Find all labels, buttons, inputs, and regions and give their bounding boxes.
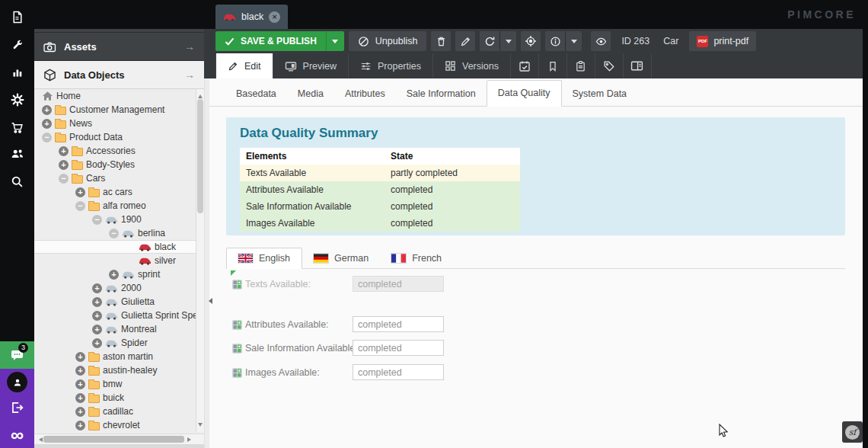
tree-item[interactable]: sprint (34, 267, 204, 281)
tree-item[interactable]: buick (34, 391, 204, 405)
scroll-thumb[interactable] (197, 99, 203, 213)
tree-item[interactable]: silver (34, 254, 204, 267)
tab-versions[interactable]: Versions (433, 53, 511, 78)
subtab-attributes[interactable]: Attributes (334, 82, 396, 107)
tree-item[interactable]: 2000 (34, 281, 204, 295)
scroll-left-icon[interactable] (37, 437, 43, 442)
logout-button[interactable] (10, 401, 24, 414)
tree-item[interactable]: aston martin (34, 350, 204, 363)
search-rail-icon[interactable] (0, 168, 34, 195)
tree-item-selected[interactable]: black (34, 240, 204, 254)
notifications-button[interactable] (0, 341, 34, 369)
expand-icon[interactable] (59, 160, 69, 170)
tree-item[interactable]: Montreal (34, 322, 204, 336)
dependencies-button[interactable] (624, 53, 652, 78)
info-caret[interactable] (565, 31, 582, 51)
unpublish-button[interactable]: Unpublish (349, 31, 427, 51)
accordion-assets[interactable]: Assets (34, 33, 204, 61)
expand-icon[interactable] (109, 270, 119, 280)
tree-vertical-scrollbar[interactable] (196, 89, 204, 432)
symfony-debug-badge[interactable] (842, 421, 863, 443)
language-tab-french[interactable]: French (380, 248, 453, 268)
tree-item-home[interactable]: Home (34, 89, 204, 103)
save-options-caret[interactable] (326, 31, 344, 51)
notes-button[interactable] (567, 53, 595, 78)
info-icon[interactable] (545, 31, 565, 51)
collapse-icon[interactable] (42, 133, 52, 142)
tree-item[interactable]: cadillac (34, 405, 204, 418)
subtab-media[interactable]: Media (287, 82, 334, 107)
tab-edit[interactable]: Edit (215, 53, 273, 78)
collapse-panel-icon[interactable] (206, 298, 212, 304)
scroll-down-icon[interactable] (198, 423, 203, 429)
attributes-available-input[interactable] (353, 316, 444, 332)
language-tab-german[interactable]: German (302, 248, 380, 268)
open-object-tab[interactable]: black (215, 5, 288, 29)
subtab-data-quality[interactable]: Data Quality (487, 80, 562, 107)
locate-in-tree-button[interactable] (521, 31, 541, 51)
ecommerce-rail-icon[interactable] (0, 114, 34, 141)
pimcore-infinity-logo[interactable] (0, 424, 34, 446)
subtab-system-data[interactable]: System Data (562, 82, 638, 107)
documents-rail-icon[interactable] (0, 3, 34, 30)
print-pdf-button[interactable]: print-pdf (689, 31, 756, 51)
info-split-button[interactable] (545, 31, 582, 51)
bookmark-button[interactable] (539, 53, 567, 78)
collapse-icon[interactable] (75, 201, 85, 211)
tree-item[interactable]: Accessories (34, 144, 204, 158)
tree-item[interactable]: bmw (34, 377, 204, 391)
language-tab-english[interactable]: English (226, 248, 302, 269)
tree-item[interactable]: Giulietta (34, 295, 204, 309)
expand-icon[interactable] (92, 283, 102, 293)
user-avatar-button[interactable] (7, 372, 27, 392)
tools-rail-icon[interactable] (0, 31, 34, 59)
tree-item[interactable]: alfa romeo (34, 199, 204, 213)
schedule-button[interactable] (511, 53, 539, 78)
tree-horizontal-scrollbar[interactable] (34, 434, 204, 444)
customers-rail-icon[interactable] (0, 140, 34, 168)
collapse-icon[interactable] (59, 174, 69, 184)
reload-split-button[interactable] (480, 31, 516, 51)
scroll-thumb[interactable] (43, 436, 184, 443)
expand-icon[interactable] (42, 119, 52, 129)
collapse-icon[interactable] (92, 215, 102, 225)
preview-eye-button[interactable] (591, 31, 611, 51)
tree-item[interactable]: News (34, 117, 204, 130)
expand-icon[interactable] (92, 338, 102, 348)
expand-icon[interactable] (92, 311, 102, 321)
accordion-data-objects[interactable]: Data Objects (34, 61, 204, 89)
settings-rail-icon[interactable] (0, 86, 34, 114)
reports-rail-icon[interactable] (0, 59, 34, 86)
tree-item[interactable]: 1900 (34, 213, 204, 226)
images-available-input[interactable] (353, 364, 444, 380)
tree-item[interactable]: Body-Styles (34, 158, 204, 171)
expand-icon[interactable] (75, 421, 85, 430)
subtab-sale-information[interactable]: Sale Information (396, 82, 487, 107)
tree-item[interactable]: Product Data (34, 130, 204, 144)
expand-icon[interactable] (75, 393, 85, 403)
tree-item[interactable]: berlina (34, 226, 204, 240)
tree-item[interactable]: Cars (34, 171, 204, 185)
tree-item[interactable]: Customer Management (34, 103, 204, 117)
tree-item[interactable]: chevrolet (34, 418, 204, 432)
reload-caret[interactable] (499, 31, 516, 51)
expand-icon[interactable] (75, 187, 85, 197)
tree-item[interactable]: ac cars (34, 185, 204, 199)
expand-icon[interactable] (75, 352, 85, 362)
expand-icon[interactable] (75, 379, 85, 389)
expand-icon[interactable] (75, 366, 85, 376)
expand-icon[interactable] (42, 105, 52, 115)
tab-preview[interactable]: Preview (273, 53, 349, 78)
tab-properties[interactable]: Properties (349, 53, 433, 78)
close-tab-icon[interactable] (269, 11, 280, 23)
scroll-up-icon[interactable] (198, 92, 203, 98)
delete-button[interactable] (431, 31, 451, 51)
reload-icon[interactable] (480, 31, 499, 51)
subtab-basedata[interactable]: Basedata (225, 82, 287, 107)
expand-icon[interactable] (92, 325, 102, 334)
tags-button[interactable] (595, 53, 624, 78)
tree-item[interactable]: Gulietta Sprint Specia (34, 309, 204, 322)
expand-icon[interactable] (75, 407, 85, 417)
expand-icon[interactable] (59, 146, 69, 156)
collapse-icon[interactable] (109, 229, 119, 238)
